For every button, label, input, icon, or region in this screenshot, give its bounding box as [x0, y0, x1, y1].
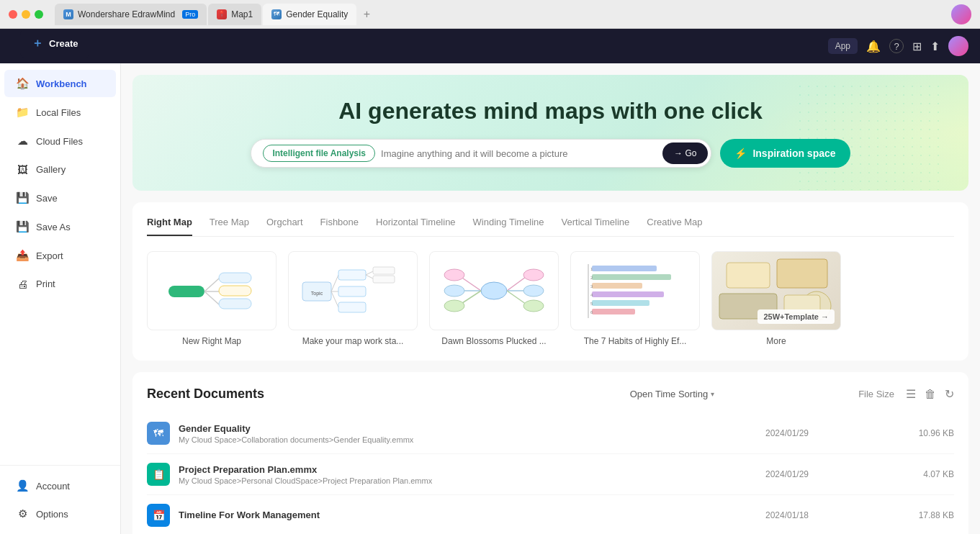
save-as-icon: 💾: [16, 220, 29, 233]
tab-orgchart[interactable]: Orgchart: [266, 217, 303, 236]
delete-button[interactable]: 🗑: [925, 388, 936, 401]
svg-line-15: [366, 271, 373, 275]
svg-rect-4: [219, 273, 251, 283]
sidebar-item-workbench[interactable]: 🏠 Workbench: [4, 70, 116, 97]
svg-rect-6: [219, 299, 251, 309]
svg-point-28: [444, 300, 464, 312]
svg-rect-17: [373, 267, 395, 274]
doc-name-project: Project Preparation Plan.emmx: [179, 464, 706, 475]
add-tab-button[interactable]: +: [358, 6, 375, 23]
tab-fishbone[interactable]: Fishbone: [320, 217, 359, 236]
tabs-bar: M Wondershare EdrawMind Pro 📍 Map1 🗺 Gen…: [55, 4, 945, 25]
template-card-new-right-map-label: New Right Map: [147, 336, 277, 346]
template-card-tree-map[interactable]: Topic Make your: [288, 251, 418, 346]
hero-go-button[interactable]: → Go: [662, 142, 708, 164]
hero-input[interactable]: [375, 145, 662, 162]
maximize-button[interactable]: [35, 10, 43, 19]
pro-badge: Pro: [182, 10, 198, 19]
tab-right-map[interactable]: Right Map: [147, 217, 192, 236]
edrawmind-icon: M: [63, 9, 73, 19]
template-card-more-label: More: [711, 336, 841, 346]
account-icon: 👤: [16, 479, 29, 492]
doc-path-project: My Cloud Space>Personal CloudSpace>Proje…: [179, 476, 706, 485]
tab-edrawmind-label: Wondershare EdrawMind: [78, 9, 175, 19]
doc-row-timeline[interactable]: 📅 Timeline For Work Management 2024/01/1…: [147, 495, 954, 534]
create-button[interactable]: ＋ Create: [20, 29, 89, 58]
template-card-more[interactable]: 25W+Template → More: [711, 251, 841, 346]
svg-line-11: [331, 291, 338, 307]
save-icon: 💾: [16, 191, 29, 204]
sidebar-item-account[interactable]: 👤 Account: [4, 472, 116, 499]
avatar[interactable]: [951, 4, 971, 24]
appbar: ＋ Create App 🔔 ? ⊞ ⬆: [0, 29, 980, 63]
svg-point-19: [481, 282, 507, 299]
svg-rect-33: [592, 266, 657, 271]
doc-size-project: 4.07 KB: [868, 469, 954, 479]
view-toggle-button[interactable]: ☰: [906, 387, 916, 401]
doc-row-project-prep[interactable]: 📋 Project Preparation Plan.emmx My Cloud…: [147, 454, 954, 495]
sidebar-item-cloud-files[interactable]: ☁ Cloud Files: [4, 127, 116, 155]
titlebar: M Wondershare EdrawMind Pro 📍 Map1 🗺 Gen…: [0, 0, 980, 29]
sidebar: 🏠 Workbench 📁 Local Files ☁ Cloud Files …: [0, 63, 121, 534]
sidebar-item-cloud-files-label: Cloud Files: [36, 136, 83, 147]
tab-winding-timeline[interactable]: Winding Timeline: [473, 217, 544, 236]
app-button[interactable]: App: [828, 38, 858, 54]
hero-banner: AI generates mind maps with one click In…: [132, 75, 968, 191]
tab-map1[interactable]: 📍 Map1: [208, 4, 261, 25]
refresh-button[interactable]: ↻: [945, 387, 954, 401]
share-icon[interactable]: ⬆: [930, 40, 940, 53]
workbench-icon: 🏠: [16, 77, 29, 90]
doc-date-gender: 2024/01/29: [715, 428, 859, 438]
template-card-dawn-blossoms-label: Dawn Blossoms Plucked ...: [429, 336, 559, 346]
sidebar-item-save-as[interactable]: 💾 Save As: [4, 213, 116, 240]
doc-path-gender: My Cloud Space>Collaboration documents>G…: [179, 435, 706, 444]
options-icon: ⚙: [16, 507, 29, 520]
hero-title: AI generates mind maps with one click: [161, 98, 940, 125]
doc-date-project: 2024/01/29: [715, 469, 859, 479]
minimize-button[interactable]: [22, 10, 30, 19]
sidebar-item-print[interactable]: 🖨 Print: [4, 271, 116, 297]
inspiration-button[interactable]: ⚡ Inspiration space: [720, 139, 850, 168]
doc-name-gender: Gender Equality: [179, 423, 706, 434]
sidebar-item-options[interactable]: ⚙ Options: [4, 500, 116, 528]
hero-chip[interactable]: Intelligent file Analysis: [263, 145, 375, 162]
plus-icon: ＋: [32, 36, 43, 51]
traffic-lights: [9, 10, 43, 19]
tab-gender[interactable]: 🗺 Gender Equality: [263, 4, 356, 25]
gender-icon: 🗺: [271, 9, 282, 19]
svg-rect-18: [373, 276, 395, 283]
template-card-seven-habits[interactable]: 1 2 3 4 5 6 The 7 Habits of Highly Ef...: [570, 251, 700, 346]
export-icon: 📤: [16, 249, 29, 262]
sidebar-item-export[interactable]: 📤 Export: [4, 242, 116, 269]
recent-header: Recent Documents Open Time Sorting ▾ Fil…: [147, 386, 954, 402]
habits-svg: 1 2 3 4 5 6: [577, 257, 693, 325]
sort-button[interactable]: Open Time Sorting ▾: [630, 389, 714, 399]
svg-text:Topic: Topic: [311, 291, 323, 297]
main-layout: 🏠 Workbench 📁 Local Files ☁ Cloud Files …: [0, 63, 980, 534]
svg-point-29: [523, 269, 544, 281]
tab-horizontal-timeline[interactable]: Horizontal Timeline: [376, 217, 456, 236]
sidebar-item-print-label: Print: [36, 279, 55, 289]
tab-edrawmind[interactable]: M Wondershare EdrawMind Pro: [55, 4, 207, 25]
notification-icon[interactable]: 🔔: [866, 40, 881, 53]
svg-point-31: [523, 300, 544, 312]
tab-tree-map[interactable]: Tree Map: [210, 217, 249, 236]
sidebar-item-local-files[interactable]: 📁 Local Files: [4, 99, 116, 126]
sidebar-item-save[interactable]: 💾 Save: [4, 184, 116, 212]
tab-creative-map[interactable]: Creative Map: [647, 217, 702, 236]
appbar-right: App 🔔 ? ⊞ ⬆: [828, 36, 968, 56]
sidebar-item-gallery[interactable]: 🖼 Gallery: [4, 156, 116, 183]
tab-vertical-timeline[interactable]: Vertical Timeline: [562, 217, 630, 236]
user-avatar[interactable]: [948, 36, 968, 56]
template-card-dawn-blossoms[interactable]: Dawn Blossoms Plucked ...: [429, 251, 559, 346]
doc-row-gender-equality[interactable]: 🗺 Gender Equality My Cloud Space>Collabo…: [147, 413, 954, 454]
close-button[interactable]: [9, 10, 17, 19]
help-icon[interactable]: ?: [889, 39, 904, 53]
template-card-new-right-map[interactable]: New Right Map: [147, 251, 277, 346]
template-thumb-more: 25W+Template →: [711, 251, 841, 330]
svg-rect-0: [168, 286, 204, 297]
grid-icon[interactable]: ⊞: [912, 40, 922, 53]
sidebar-item-account-label: Account: [36, 481, 70, 492]
template-tabs: Right Map Tree Map Orgchart Fishbone Hor…: [147, 217, 954, 237]
sort-arrow-icon: ▾: [711, 390, 714, 398]
